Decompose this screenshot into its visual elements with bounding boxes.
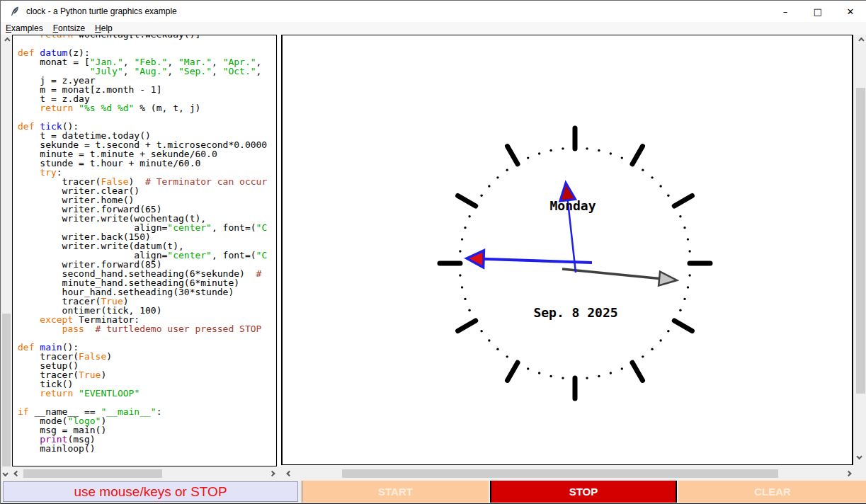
canvas-horizontal-scrollbar[interactable] <box>282 468 866 479</box>
clock-minute-dot <box>679 215 681 217</box>
clock-minute-dot <box>659 339 661 341</box>
button-bar: use mouse/keys or STOP START STOP CLEAR <box>1 481 866 503</box>
clock-minute-dot <box>621 367 623 370</box>
menu-bar: Examples Fontsize Help <box>1 22 866 35</box>
clock-minute-dot <box>549 149 552 151</box>
code-line: pass # turtledemo user pressed STOP <box>18 324 276 333</box>
status-message: use mouse/keys or STOP <box>3 481 298 502</box>
stop-button[interactable]: STOP <box>490 481 677 503</box>
maximize-button[interactable]: □ <box>802 1 834 22</box>
turtledemo-window: clock - a Python turtle graphics example… <box>0 0 866 504</box>
clock-minute-dot <box>610 152 612 154</box>
code-vertical-scrollbar[interactable] <box>1 35 12 479</box>
clock-minute-dot <box>464 227 466 229</box>
code-line: return "EVENTLOOP" <box>18 389 276 398</box>
clock-minute-dot <box>667 330 669 332</box>
clock-minute-dot <box>610 372 612 374</box>
clock-minute-dot <box>480 194 482 196</box>
clock-minute-dot <box>488 339 490 341</box>
clock-hour-tick <box>458 196 476 207</box>
clock-minute-dot <box>642 168 644 171</box>
clock-minute-dot <box>688 250 690 252</box>
canvas-vertical-scrollbar[interactable] <box>855 35 866 462</box>
clock-minute-dot <box>549 375 552 377</box>
scroll-right-arrow-icon[interactable] <box>842 468 853 479</box>
turtle-canvas[interactable]: MondaySep. 8 2025 <box>281 35 853 465</box>
canvas-vscroll-thumb[interactable] <box>856 88 865 394</box>
weekday-label: Monday <box>549 198 596 213</box>
clock-hour-tick <box>632 147 643 164</box>
scroll-up-arrow-icon[interactable] <box>1 35 12 46</box>
clock-minute-dot <box>527 156 529 159</box>
code-line: return "%s %d %d" % (m, t, j) <box>18 103 276 113</box>
clock-minute-dot <box>651 348 653 350</box>
code-pane[interactable]: return wochentag[t.weekday()] def datum(… <box>12 35 277 466</box>
code-hscroll-thumb[interactable] <box>23 469 162 478</box>
clock-minute-dot <box>527 367 529 370</box>
clock-hour-tick <box>632 362 643 380</box>
clock-hour-hand-arrow <box>659 272 677 286</box>
clock-minute-dot <box>683 227 685 229</box>
start-button: START <box>302 481 489 503</box>
close-button[interactable]: ✕ <box>834 1 866 22</box>
scroll-down-arrow-icon[interactable] <box>1 468 12 479</box>
clock-minute-dot <box>538 372 540 374</box>
title-bar: clock - a Python turtle graphics example… <box>1 1 866 22</box>
scroll-left-arrow-icon[interactable] <box>12 468 23 479</box>
clock-minute-dot <box>598 149 600 151</box>
clock-minute-dot <box>562 147 564 149</box>
clock-minute-dot <box>480 330 482 332</box>
scroll-up-arrow-icon[interactable] <box>855 35 866 46</box>
code-vscroll-thumb[interactable] <box>2 314 11 466</box>
clock-minute-dot <box>621 156 623 159</box>
clock-minute-dot <box>468 215 470 217</box>
code-horizontal-scrollbar[interactable] <box>12 468 277 479</box>
scroll-right-arrow-icon[interactable] <box>266 468 277 479</box>
clock-minute-dot <box>538 152 540 154</box>
clock-minute-dot <box>598 375 600 377</box>
clock-hour-tick <box>508 147 518 164</box>
clock-hour-tick <box>458 321 476 331</box>
menu-examples[interactable]: Examples <box>1 22 48 35</box>
clock-minute-dot <box>562 377 564 379</box>
menu-fontsize[interactable]: Fontsize <box>48 22 90 35</box>
clock-minute-dot <box>667 194 669 196</box>
clock-minute-dot <box>459 250 461 252</box>
minimize-button[interactable]: – <box>769 1 802 22</box>
clock-minute-dot <box>586 377 588 379</box>
clock-minute-dot <box>651 176 653 178</box>
clock-minute-dot <box>687 286 689 288</box>
canvas-hscroll-thumb[interactable] <box>342 469 778 478</box>
clock-hour-tick <box>508 362 518 380</box>
clock-minute-dot <box>464 298 466 300</box>
clock-minute-dot <box>496 348 498 350</box>
clock-minute-dot <box>687 238 689 240</box>
clock-minute-dot <box>679 309 681 311</box>
clock-minute-dot <box>459 274 461 276</box>
clock-minute-dot <box>461 238 463 240</box>
clock-hour-tick <box>674 196 692 207</box>
clock-minute-dot <box>659 185 661 187</box>
scroll-down-arrow-icon[interactable] <box>855 451 866 462</box>
clock-minute-dot <box>683 298 685 300</box>
code-line: mainloop() <box>18 444 276 453</box>
clock-minute-dot <box>496 176 498 178</box>
clock-minute-dot <box>688 274 690 276</box>
clock-minute-dot <box>586 147 588 149</box>
window-title: clock - a Python turtle graphics example <box>26 6 177 16</box>
clock-minute-dot <box>642 355 644 357</box>
clock-minute-dot <box>488 185 490 187</box>
clock-minute-dot <box>506 168 508 171</box>
clock-minute-dot <box>506 355 508 357</box>
clock-hour-hand-line <box>562 269 666 280</box>
clock-minute-hand-arrow <box>467 251 484 268</box>
clock-minute-dot <box>468 309 470 311</box>
code-text: return wochentag[t.weekday()] def datum(… <box>13 35 276 453</box>
scroll-left-arrow-icon[interactable] <box>285 468 296 479</box>
date-label: Sep. 8 2025 <box>533 305 617 320</box>
clock-hour-tick <box>674 321 692 331</box>
clock-drawing: MondaySep. 8 2025 <box>283 35 852 464</box>
menu-help[interactable]: Help <box>90 22 118 35</box>
feather-app-icon <box>9 6 21 17</box>
clear-button: CLEAR <box>678 481 866 503</box>
